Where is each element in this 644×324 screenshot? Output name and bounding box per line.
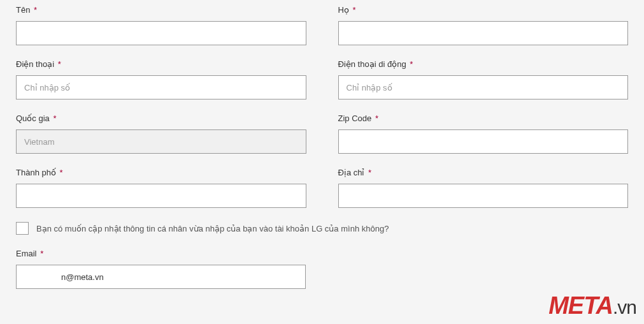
email-group: Email * <box>16 249 306 289</box>
required-mark: * <box>353 5 356 15</box>
city-group: Thành phố * <box>16 168 306 208</box>
address-label: Địa chỉ * <box>338 168 629 177</box>
zipcode-label: Zip Code * <box>338 114 629 123</box>
email-label: Email * <box>16 249 306 258</box>
last-name-group: Họ * <box>338 5 629 45</box>
required-mark: * <box>34 5 37 15</box>
city-input[interactable] <box>16 184 306 208</box>
last-name-label: Họ * <box>338 5 629 15</box>
required-mark: * <box>40 249 43 258</box>
zipcode-input[interactable] <box>338 129 629 154</box>
address-group: Địa chỉ * <box>338 168 629 208</box>
phone-input[interactable] <box>16 75 306 99</box>
country-input <box>16 129 306 154</box>
mobile-label: Điện thoại di động * <box>338 59 629 69</box>
zipcode-group: Zip Code * <box>338 114 629 154</box>
required-mark: * <box>60 168 63 177</box>
phone-group: Điện thoại * <box>16 59 306 99</box>
first-name-group: Tên * <box>16 5 306 45</box>
update-checkbox[interactable] <box>16 222 29 235</box>
required-mark: * <box>375 114 378 123</box>
city-label: Thành phố * <box>16 168 306 177</box>
required-mark: * <box>368 168 371 177</box>
required-mark: * <box>58 59 61 69</box>
first-name-input[interactable] <box>16 21 306 45</box>
required-mark: * <box>410 59 413 69</box>
meta-vn-logo: META.vn <box>548 293 636 318</box>
mobile-input[interactable] <box>338 75 629 99</box>
last-name-input[interactable] <box>338 21 629 45</box>
first-name-label: Tên * <box>16 5 306 15</box>
country-group: Quốc gia * <box>16 114 306 154</box>
required-mark: * <box>53 114 56 123</box>
country-label: Quốc gia * <box>16 114 306 123</box>
address-input[interactable] <box>338 184 629 208</box>
email-input[interactable] <box>16 265 306 289</box>
update-checkbox-row: Bạn có muốn cập nhật thông tin cá nhân v… <box>16 222 628 235</box>
phone-label: Điện thoại * <box>16 59 306 69</box>
mobile-group: Điện thoại di động * <box>338 59 629 99</box>
update-checkbox-label: Bạn có muốn cập nhật thông tin cá nhân v… <box>36 224 389 233</box>
